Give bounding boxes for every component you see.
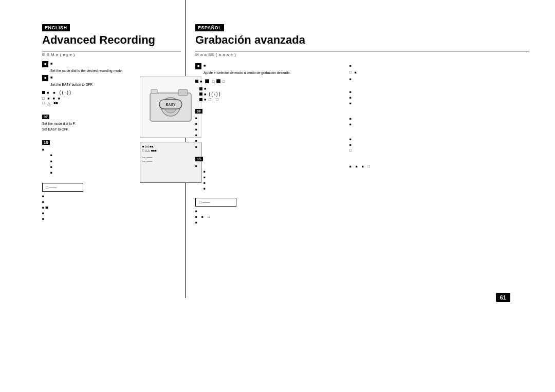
r-sub1: □ bbox=[212, 80, 214, 83]
right-items-group: ■ ■ □ ■ □ ■ ■ ((·)) bbox=[195, 77, 339, 101]
r-item-4: ■ □ □ bbox=[199, 98, 339, 101]
espanol-badge: ESPAÑOL bbox=[195, 24, 224, 31]
r-1s-line2: ■ bbox=[203, 169, 339, 174]
extra-group5: ■ ■ ■ □ bbox=[349, 163, 529, 169]
r-1s-line3: ■ bbox=[203, 175, 339, 179]
extra-6: ■ bbox=[349, 101, 529, 105]
left-subtitle: E S M e ( eg e ) bbox=[42, 51, 181, 57]
r-note-item-2b: ■ bbox=[201, 214, 203, 219]
sep-dots: ■ bbox=[53, 91, 55, 95]
lcd-val1: ■ bbox=[47, 97, 49, 100]
right-left-subcol: ■ ■ Ajuste el selector de modo al modo d… bbox=[195, 59, 339, 225]
lcd-line3: — —— bbox=[142, 155, 199, 159]
r-step-1-detail: Ajuste el selector de modo al modo de gr… bbox=[203, 70, 339, 75]
right-note-items: ■ ■ ■ □ ■ bbox=[195, 209, 339, 225]
extra-9: ■ bbox=[349, 137, 529, 141]
extra-12: ■ bbox=[349, 164, 351, 169]
right-note-box: □ —— bbox=[195, 198, 236, 207]
r-item-1: ■ ■ □ ■ □ bbox=[195, 77, 339, 86]
r-1s-line1: ■ bbox=[195, 163, 339, 168]
left-title: Advanced Recording bbox=[42, 33, 181, 47]
left-step-1: ■ ■ bbox=[42, 61, 181, 67]
r-text-4: ■ bbox=[204, 98, 206, 101]
wireless-icon: ((·)) bbox=[59, 90, 72, 95]
r-note-row2: ■ ■ □ bbox=[195, 213, 339, 219]
extra-items: ■ □ ■ ■ ■ ■ ■ ■ ■ bbox=[349, 63, 529, 169]
lcd-line2: □ △△ ■■■ bbox=[142, 148, 199, 153]
r-sub4: □ bbox=[209, 98, 211, 101]
extra-5: ■ bbox=[349, 95, 529, 100]
lcd-val2: ■ bbox=[58, 97, 60, 100]
r-text-3: ■ bbox=[204, 92, 206, 96]
r-text-1: ■ bbox=[200, 80, 202, 83]
right-column: ESPAÑOL Grabación avanzada M a a SE ( a … bbox=[195, 22, 529, 225]
r-note-content: □ —— bbox=[199, 200, 210, 204]
r-1s-line5: ■ bbox=[203, 186, 339, 191]
english-badge: ENGLISH bbox=[42, 24, 70, 31]
step-text-1: ■ bbox=[50, 61, 53, 66]
r-item-2: ■ bbox=[199, 87, 339, 90]
right-steps: ■ ■ Ajuste el selector de modo al modo d… bbox=[195, 63, 339, 225]
lcd-diagram: ■ (a) ■■ □ △△ ■■■ — —— — —— bbox=[140, 142, 201, 183]
right-section-0f: 0F ■ ■ ■ ■ ■ ■ bbox=[195, 105, 339, 149]
r-text-2: ■ bbox=[204, 87, 206, 90]
r-sq-2 bbox=[199, 87, 202, 90]
note-item-3: ■ ▣ bbox=[42, 205, 181, 210]
extra-group4: ■ ■ □ bbox=[349, 137, 529, 153]
note-item-1: ■ bbox=[42, 194, 181, 198]
r-0f-line2: ■ bbox=[195, 121, 339, 126]
right-title: Grabación avanzada bbox=[195, 33, 529, 47]
left-step-1-text: Set the mode dial to the desired recordi… bbox=[50, 68, 181, 73]
page: ENGLISH Advanced Recording E S M e ( eg … bbox=[0, 0, 555, 392]
sq-bullet-1 bbox=[42, 91, 45, 94]
r-0f-line6: ■ bbox=[195, 144, 339, 149]
extra-7: ■ bbox=[349, 116, 529, 121]
right-content-area: ■ ■ Ajuste el selector de modo al modo d… bbox=[195, 59, 529, 225]
left-note-items: ■ ■ ■ ▣ ■ ■ bbox=[42, 194, 181, 221]
r-note-item-2c: □ bbox=[208, 214, 210, 219]
lcd-val3: △ bbox=[47, 101, 50, 106]
right-step-1: ■ ■ bbox=[195, 63, 339, 69]
lcd-text: ■ (a) ■■ □ △△ ■■■ — —— — —— bbox=[142, 144, 199, 164]
r-sq-1 bbox=[195, 80, 198, 83]
r-sub2: □ bbox=[223, 80, 225, 83]
r-0f-line4: ■ bbox=[195, 133, 339, 137]
lcd-line4: — —— bbox=[142, 159, 199, 163]
extra-2: □ ■ bbox=[349, 69, 529, 74]
r-badge-0f: 0F bbox=[195, 109, 202, 114]
r-1s-line4: ■ bbox=[203, 180, 339, 185]
svg-rect-6 bbox=[151, 89, 157, 94]
extra-14: ■ bbox=[362, 164, 364, 169]
extra-4: ■ bbox=[349, 89, 529, 94]
right-note-box-row: □ —— bbox=[195, 196, 339, 207]
left-note-box: □ —— bbox=[42, 183, 83, 192]
note-item-4: ■ bbox=[42, 211, 181, 215]
r-item-3: ■ ((·)) bbox=[199, 91, 339, 97]
extra-11: □ bbox=[349, 148, 529, 153]
lcd-line1: ■ (a) ■■ bbox=[142, 144, 199, 148]
step-num-1: ■ bbox=[42, 61, 48, 67]
note-item-2: ■ bbox=[42, 199, 181, 204]
r-step-1-text: ■ bbox=[203, 63, 206, 68]
r-sep2: ■ bbox=[216, 77, 221, 86]
extra-10: ■ bbox=[349, 142, 529, 147]
extra-3: ■ bbox=[349, 77, 529, 81]
r-step-num-1: ■ bbox=[195, 63, 201, 69]
extra-8: ■ bbox=[349, 122, 529, 126]
r-0f-line1: ■ bbox=[195, 116, 339, 120]
lcd-sq3: □ bbox=[42, 101, 44, 106]
note-item-5: ■ bbox=[42, 216, 181, 221]
extra-group2: ■ ■ ■ bbox=[349, 89, 529, 105]
badge-0f: 0F bbox=[42, 115, 49, 119]
r-note-item-1: ■ bbox=[195, 209, 339, 213]
lcd-sq1: □ bbox=[42, 97, 44, 100]
extra-2a: □ bbox=[349, 70, 351, 74]
step-num-2: ■ bbox=[42, 75, 48, 81]
extra-15: □ bbox=[368, 164, 370, 169]
lcd-sq2: ■ bbox=[52, 97, 54, 100]
right-subtitle: M a a SE ( a a a e ) bbox=[195, 51, 529, 57]
svg-text:EASY: EASY bbox=[165, 103, 175, 106]
step-text-2: ■ bbox=[50, 75, 53, 80]
extra-group3: ■ ■ bbox=[349, 116, 529, 126]
camera-drawing: EASY bbox=[145, 80, 196, 134]
